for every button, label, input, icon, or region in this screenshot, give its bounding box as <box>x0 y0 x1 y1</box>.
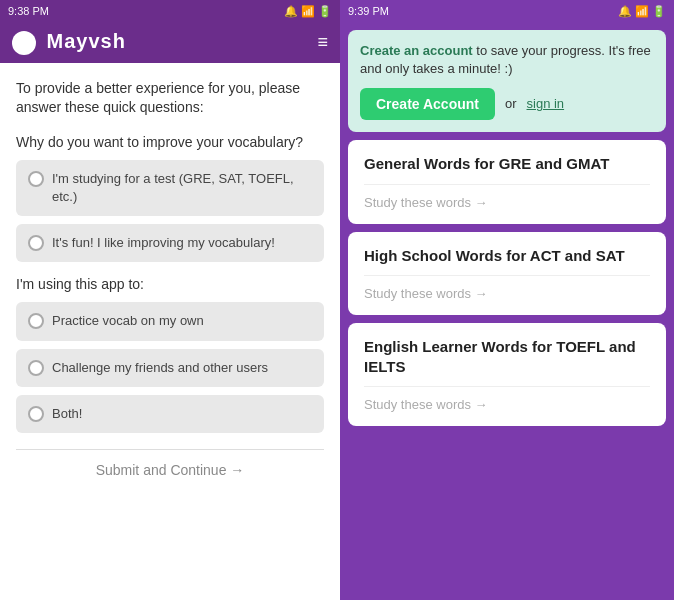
option-q2-0-text: Practice vocab on my own <box>52 312 204 330</box>
status-bar-left: 9:38 PM 🔔 📶 🔋 <box>0 0 340 22</box>
word-card-0-title: General Words for GRE and GMAT <box>364 154 650 174</box>
question1-label: Why do you want to improve your vocabula… <box>16 134 324 150</box>
word-card-0: General Words for GRE and GMAT Study the… <box>348 140 666 224</box>
status-icons-left: 🔔 📶 🔋 <box>284 5 332 18</box>
option-q1-1[interactable]: It's fun! I like improving my vocabulary… <box>16 224 324 262</box>
radio-q1-0 <box>28 171 44 187</box>
header-left: Mayvsh ≡ <box>0 22 340 63</box>
create-account-button[interactable]: Create Account <box>360 88 495 120</box>
option-q2-1-text: Challenge my friends and other users <box>52 359 268 377</box>
sign-in-link[interactable]: sign in <box>527 95 565 113</box>
app-logo: Mayvsh <box>12 30 126 55</box>
word-card-2-link[interactable]: Study these words → <box>364 397 650 412</box>
option-q1-0-text: I'm studying for a test (GRE, SAT, TOEFL… <box>52 170 312 206</box>
right-content: Create an account to save your progress.… <box>340 22 674 600</box>
option-q1-1-text: It's fun! I like improving my vocabulary… <box>52 234 275 252</box>
option-q2-1[interactable]: Challenge my friends and other users <box>16 349 324 387</box>
submit-button[interactable]: Submit and Continue → <box>16 449 324 490</box>
word-card-1-title: High School Words for ACT and SAT <box>364 246 650 266</box>
word-card-2-title: English Learner Words for TOEFL and IELT… <box>364 337 650 376</box>
promo-actions: Create Account or sign in <box>360 88 654 120</box>
logo-icon <box>12 31 36 55</box>
question2-label: I'm using this app to: <box>16 276 324 292</box>
promo-banner: Create an account to save your progress.… <box>348 30 666 132</box>
word-card-1-link[interactable]: Study these words → <box>364 286 650 301</box>
word-card-2: English Learner Words for TOEFL and IELT… <box>348 323 666 426</box>
status-time-right: 9:39 PM <box>348 5 389 17</box>
intro-text: To provide a better experience for you, … <box>16 79 324 118</box>
divider-0 <box>364 184 650 185</box>
divider-1 <box>364 275 650 276</box>
hamburger-menu[interactable]: ≡ <box>317 32 328 53</box>
option-q2-2[interactable]: Both! <box>16 395 324 433</box>
radio-q2-0 <box>28 313 44 329</box>
status-time-left: 9:38 PM <box>8 5 49 17</box>
option-q1-0[interactable]: I'm studying for a test (GRE, SAT, TOEFL… <box>16 160 324 216</box>
word-card-0-link[interactable]: Study these words → <box>364 195 650 210</box>
right-panel: 9:39 PM 🔔 📶 🔋 Create an account to save … <box>340 0 674 600</box>
radio-q2-2 <box>28 406 44 422</box>
promo-highlight: Create an account <box>360 43 473 58</box>
radio-q2-1 <box>28 360 44 376</box>
radio-q1-1 <box>28 235 44 251</box>
left-panel: 9:38 PM 🔔 📶 🔋 Mayvsh ≡ To provide a bett… <box>0 0 340 600</box>
word-card-1: High School Words for ACT and SAT Study … <box>348 232 666 316</box>
or-text: or <box>505 95 517 113</box>
left-content: To provide a better experience for you, … <box>0 63 340 600</box>
option-q2-0[interactable]: Practice vocab on my own <box>16 302 324 340</box>
divider-2 <box>364 386 650 387</box>
status-bar-right: 9:39 PM 🔔 📶 🔋 <box>340 0 674 22</box>
status-icons-right: 🔔 📶 🔋 <box>618 5 666 18</box>
option-q2-2-text: Both! <box>52 405 82 423</box>
